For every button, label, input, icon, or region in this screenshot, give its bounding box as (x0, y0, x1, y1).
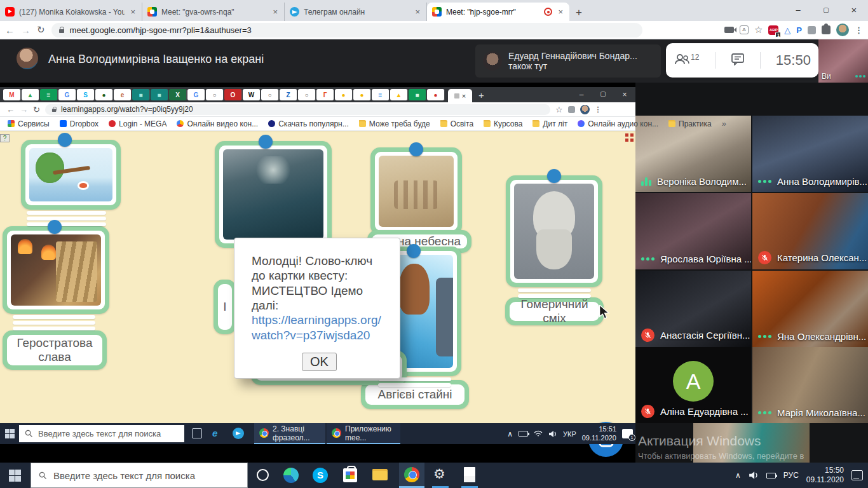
taskbar-app-chrome-1[interactable]: 2. Знавці фразеол... (254, 423, 325, 444)
start-button[interactable] (9, 470, 21, 482)
inner-address-bar[interactable]: learningapps.org/watch?v=p0iq5yy9j20 (45, 104, 550, 115)
inner-minimize-button[interactable]: – (571, 90, 592, 99)
card-image-seascape[interactable] (215, 141, 332, 248)
microsoft-store-icon[interactable] (343, 468, 357, 482)
address-bar[interactable]: meet.google.com/hjp-sgoe-mrr?pli=1&authu… (51, 23, 642, 37)
inner-active-tab[interactable]: × (448, 89, 472, 102)
tab-telegram[interactable]: Телеграм онлайн × (285, 3, 427, 21)
triangle-extension-icon[interactable]: △ (784, 25, 790, 35)
favicon-tab[interactable]: Г (316, 89, 334, 100)
battery-icon[interactable] (519, 431, 528, 437)
notepad-icon[interactable] (464, 467, 475, 482)
participant-tile[interactable]: Марія Миколаївна... (752, 347, 868, 423)
task-view-icon[interactable] (192, 428, 202, 438)
card-pin-dot[interactable] (407, 244, 421, 258)
favicon-tab[interactable]: ○ (206, 89, 224, 100)
restore-button[interactable]: ▢ (812, 6, 840, 13)
language-indicator[interactable]: УКР (563, 430, 576, 438)
inner-profile-avatar[interactable] (580, 105, 590, 114)
favicon-tab[interactable]: ● (427, 89, 445, 100)
bookmark-star-icon[interactable]: ☆ (754, 24, 763, 36)
profile-avatar[interactable] (836, 24, 849, 36)
favicon-tab[interactable]: ▲ (390, 89, 408, 100)
favicon-tab[interactable]: ▲ (22, 89, 39, 100)
tab-meet-active[interactable]: Meet: "hjp-sgoe-mrr" × (427, 3, 569, 21)
favicon-tab[interactable]: ○ (298, 89, 316, 100)
adblock-icon[interactable]: ABP1 (768, 25, 778, 35)
tray-caret-icon[interactable]: ∧ (735, 471, 741, 480)
favicon-tab[interactable]: S (77, 89, 95, 100)
favicon-tab[interactable]: Z (280, 89, 297, 100)
favicon-tab[interactable]: ● (95, 89, 113, 100)
card-text-partial[interactable]: І (214, 280, 236, 334)
tab-youtube[interactable]: (127) Monika Kołakowska - YouT × (0, 3, 142, 21)
bookmark-item[interactable]: Dropbox (60, 119, 98, 128)
favicon-tab[interactable]: ■ (151, 89, 168, 100)
skype-icon[interactable]: S (313, 468, 328, 483)
bookmark-item[interactable]: Дит літ (532, 119, 567, 128)
favicon-tab[interactable]: ≡ (372, 89, 390, 100)
tab-close-icon[interactable]: × (129, 7, 137, 17)
action-center-icon[interactable] (851, 470, 863, 480)
bookmark-item[interactable]: Login - MEGA (109, 119, 166, 128)
favicon-tab[interactable]: ■ (132, 89, 150, 100)
favicon-tab[interactable]: W (243, 89, 261, 100)
inner-restore-button[interactable]: ▢ (592, 90, 614, 99)
ok-button[interactable]: OK (302, 353, 337, 371)
new-tab-button[interactable]: + (569, 6, 588, 21)
language-indicator[interactable]: РУС (783, 471, 799, 480)
fullscreen-icon[interactable] (625, 133, 634, 142)
browser-menu-icon[interactable]: ⋮ (855, 25, 863, 35)
favicon-tab[interactable]: ■ (409, 89, 426, 100)
inner-new-tab-button[interactable]: + (478, 90, 484, 100)
favicon-tab[interactable]: G (58, 89, 76, 100)
tray-caret-icon[interactable]: ∧ (507, 430, 513, 438)
self-view-tile[interactable]: Ви (818, 39, 868, 83)
inner-close-button[interactable]: × (614, 90, 635, 99)
square-extension-icon[interactable] (808, 26, 816, 34)
telegram-icon[interactable] (233, 428, 244, 439)
taskbar-search-box[interactable]: Введите здесь текст для поиска (31, 463, 248, 488)
tab-close-icon[interactable]: × (557, 7, 564, 17)
inner-reload-icon[interactable]: ↻ (33, 105, 40, 114)
inner-extension-icon[interactable] (568, 106, 575, 113)
bookmark-item[interactable]: Практика (668, 119, 712, 128)
inner-tab-close-icon[interactable]: × (462, 92, 466, 100)
cortana-icon[interactable] (257, 469, 269, 481)
reload-icon[interactable]: ↻ (37, 24, 45, 36)
minimize-button[interactable]: – (784, 5, 812, 15)
participant-tile[interactable]: Марія Миколаївна Прибит... (693, 423, 810, 463)
favicon-tab[interactable]: ≡ (40, 89, 58, 100)
bookmark-item[interactable]: Скачать популярн... (268, 119, 349, 128)
bookmark-item[interactable]: Онлайн аудио кон... (578, 119, 658, 128)
card-pin-dot[interactable] (259, 135, 273, 149)
card-image-branch-cartoon[interactable] (21, 140, 121, 210)
participant-tile[interactable]: Яна Олександрівн... (752, 271, 868, 347)
tab-meet-1[interactable]: Meet: "gva-owrs-nqa" × (142, 3, 285, 21)
participant-tile[interactable]: Катерина Олексан... (752, 193, 868, 269)
favicon-tab[interactable]: ○ (261, 89, 279, 100)
speaker-icon[interactable] (548, 430, 557, 438)
battery-icon[interactable] (766, 473, 776, 478)
shared-start-button[interactable] (5, 429, 15, 438)
favicon-tab[interactable]: X (169, 89, 187, 100)
translate-icon[interactable]: A (740, 25, 749, 34)
shared-search-box[interactable]: Введите здесь текст для поиска (19, 425, 184, 442)
extensions-puzzle-icon[interactable] (822, 25, 831, 34)
wifi-icon[interactable] (534, 430, 543, 437)
card-image-homer[interactable] (506, 175, 602, 287)
favicon-tab[interactable]: M (3, 89, 21, 100)
forward-icon[interactable]: → (21, 25, 31, 36)
favicon-tab[interactable]: e (114, 89, 132, 100)
card-pin-dot[interactable] (48, 220, 62, 234)
card-text-herostratus[interactable]: Геростратова слава (3, 330, 107, 370)
bookmarks-overflow-icon[interactable]: » (722, 119, 726, 128)
settings-gear-icon[interactable]: ⚙ (433, 466, 445, 482)
favicon-tab[interactable]: ● (353, 89, 371, 100)
card-image-herostratus[interactable] (3, 226, 109, 314)
inner-star-icon[interactable]: ☆ (555, 105, 563, 114)
camera-icon[interactable] (724, 27, 734, 33)
inner-menu-icon[interactable]: ⋮ (595, 105, 602, 114)
back-icon[interactable]: ← (5, 25, 15, 36)
participant-tile[interactable]: A Аліна Едуардівна ... (635, 347, 751, 423)
